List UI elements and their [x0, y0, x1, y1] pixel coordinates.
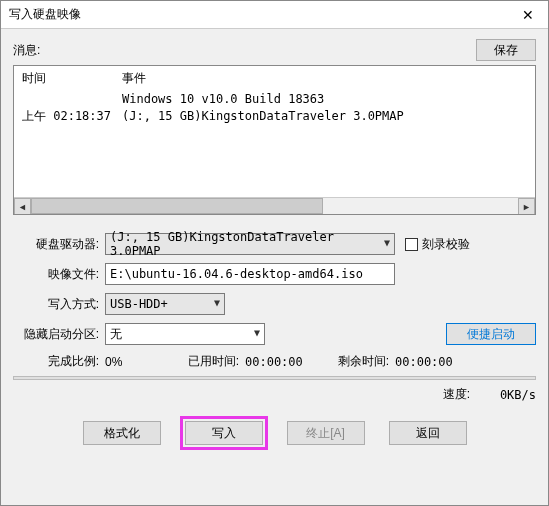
back-button[interactable]: 返回 [389, 421, 467, 445]
log-row: Windows 10 v10.0 Build 18363 [22, 91, 527, 108]
remain-value: 00:00:00 [395, 355, 453, 369]
drive-value: (J:, 15 GB)KingstonDataTraveler 3.0PMAP [110, 230, 390, 258]
save-button[interactable]: 保存 [476, 39, 536, 61]
scroll-right-icon[interactable]: ► [518, 198, 535, 215]
log-header-event: 事件 [122, 70, 527, 87]
image-file-value: E:\ubuntu-16.04.6-desktop-amd64.iso [110, 267, 363, 281]
chevron-down-icon: ▼ [254, 327, 260, 338]
hidden-boot-label: 隐藏启动分区: [13, 326, 105, 343]
drive-select[interactable]: (J:, 15 GB)KingstonDataTraveler 3.0PMAP … [105, 233, 395, 255]
format-button[interactable]: 格式化 [83, 421, 161, 445]
write-mode-label: 写入方式: [13, 296, 105, 313]
progress-bar [13, 376, 536, 380]
chevron-down-icon: ▼ [214, 297, 220, 308]
checkbox-box-icon [405, 238, 418, 251]
close-icon[interactable]: ✕ [508, 1, 548, 29]
scroll-left-icon[interactable]: ◄ [14, 198, 31, 215]
abort-button: 终止[A] [287, 421, 365, 445]
log-list[interactable]: 时间 事件 Windows 10 v10.0 Build 18363 上午 02… [13, 65, 536, 215]
speed-value: 0KB/s [476, 388, 536, 402]
message-label: 消息: [13, 42, 476, 59]
log-time [22, 91, 122, 108]
remain-label: 剩余时间: [325, 353, 395, 370]
dialog-window: 写入硬盘映像 ✕ 消息: 保存 时间 事件 Windows 10 v10.0 B… [0, 0, 549, 506]
verify-label: 刻录校验 [422, 236, 470, 253]
elapsed-label: 已用时间: [175, 353, 245, 370]
write-button[interactable]: 写入 [185, 421, 263, 445]
hidden-boot-select[interactable]: 无 ▼ [105, 323, 265, 345]
log-event: (J:, 15 GB)KingstonDataTraveler 3.0PMAP [122, 108, 527, 125]
verify-checkbox[interactable]: 刻录校验 [405, 236, 470, 253]
log-time: 上午 02:18:37 [22, 108, 122, 125]
convenient-boot-button[interactable]: 便捷启动 [446, 323, 536, 345]
image-file-input[interactable]: E:\ubuntu-16.04.6-desktop-amd64.iso [105, 263, 395, 285]
chevron-down-icon: ▼ [384, 237, 390, 248]
image-label: 映像文件: [13, 266, 105, 283]
titlebar: 写入硬盘映像 ✕ [1, 1, 548, 29]
horizontal-scrollbar[interactable]: ◄ ► [14, 197, 535, 214]
log-header-time: 时间 [22, 70, 122, 87]
client-area: 消息: 保存 时间 事件 Windows 10 v10.0 Build 1836… [1, 29, 548, 505]
elapsed-value: 00:00:00 [245, 355, 325, 369]
speed-label: 速度: [443, 386, 476, 403]
log-row: 上午 02:18:37 (J:, 15 GB)KingstonDataTrave… [22, 108, 527, 125]
scroll-thumb[interactable] [31, 198, 323, 214]
write-mode-select[interactable]: USB-HDD+ ▼ [105, 293, 225, 315]
log-event: Windows 10 v10.0 Build 18363 [122, 91, 527, 108]
scroll-track[interactable] [31, 198, 518, 214]
complete-value: 0% [105, 355, 175, 369]
complete-label: 完成比例: [13, 353, 105, 370]
window-title: 写入硬盘映像 [9, 6, 508, 23]
hidden-boot-value: 无 [110, 326, 122, 343]
drive-label: 硬盘驱动器: [13, 236, 105, 253]
write-mode-value: USB-HDD+ [110, 297, 168, 311]
